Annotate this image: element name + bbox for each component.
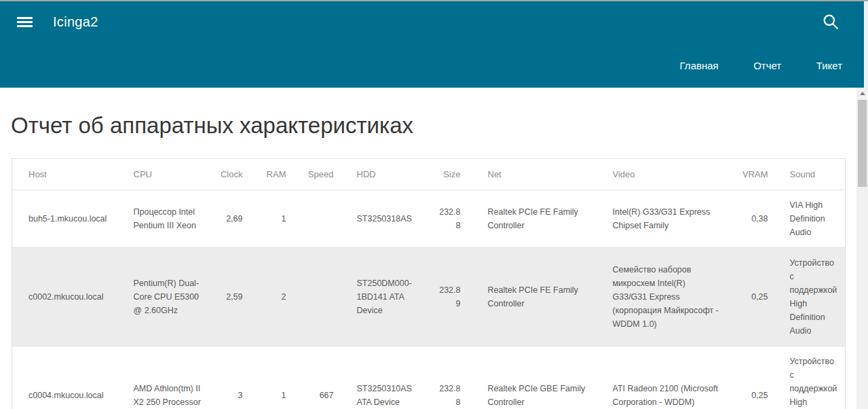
hardware-report-table: Host CPU Clock RAM Speed HDD Size Net Vi… [12, 158, 846, 409]
cell-hdd: ST250DM000-1BD141 ATA Device [341, 248, 436, 346]
column-header-net: Net [472, 159, 602, 190]
cell-sound: Устройство с поддержкой High Definition … [779, 248, 846, 346]
cell-cpu: Процессор Intel Pentium III Xeon [117, 190, 214, 248]
scroll-up-arrow-icon [860, 92, 865, 95]
cell-sound: Устройство с поддержкой High Definition … [779, 346, 846, 409]
column-header-host: Host [12, 159, 117, 190]
cell-hdd: ST3250310AS ATA Device [341, 346, 436, 409]
column-header-clock: Clock [214, 159, 250, 190]
search-icon[interactable] [822, 13, 839, 31]
hamburger-menu-icon[interactable] [17, 17, 33, 27]
cell-vram: 0,38 [725, 190, 779, 248]
cell-speed: 667 [293, 346, 341, 409]
page-title: Отчет об аппаратных характеристиках [11, 113, 413, 139]
main-nav: Главная Отчет Тикет [648, 60, 842, 72]
table-row: c0004.mkucou.local AMD Athlon(tm) II X2 … [12, 346, 846, 409]
table-row: c0002.mkucou.local Pentium(R) Dual-Core … [12, 248, 846, 346]
cell-clock: 2,69 [214, 190, 250, 248]
cell-video: ATI Radeon 2100 (Microsoft Corporation -… [602, 346, 725, 409]
cell-clock: 3 [214, 346, 250, 409]
cell-ram: 1 [250, 346, 293, 409]
column-header-vram: VRAM [725, 159, 779, 190]
cell-host: buh5-1.mkucou.local [12, 190, 117, 248]
cell-size: 232.88 [436, 346, 472, 409]
cell-size: 232.88 [436, 190, 472, 248]
cell-hdd: ST3250318AS [341, 190, 436, 248]
cell-speed [293, 190, 341, 248]
nav-link-report[interactable]: Отчет [753, 60, 781, 71]
cell-ram: 2 [250, 248, 293, 346]
column-header-cpu: CPU [117, 159, 214, 190]
cell-clock: 2,59 [214, 248, 250, 346]
column-header-size: Size [436, 159, 472, 190]
cell-net: Realtek PCIe FE Family Controller [472, 248, 602, 346]
cell-speed [293, 248, 341, 346]
hamburger-bar [17, 25, 33, 27]
table-row: buh5-1.mkucou.local Процессор Intel Pent… [12, 190, 846, 248]
cell-vram: 0,25 [725, 346, 779, 409]
cell-size: 232.89 [436, 248, 472, 346]
nav-link-home[interactable]: Главная [680, 60, 719, 71]
cell-host: c0002.mkucou.local [12, 248, 117, 346]
cell-cpu: Pentium(R) Dual-Core CPU E5300 @ 2.60GHz [117, 248, 214, 346]
table-header-row: Host CPU Clock RAM Speed HDD Size Net Vi… [12, 159, 846, 190]
cell-video: Семейство наборов микросхем Intel(R) G33… [602, 248, 725, 346]
cell-ram: 1 [250, 190, 293, 248]
cell-cpu: AMD Athlon(tm) II X2 250 Processor [117, 346, 214, 409]
scroll-up-button[interactable] [856, 88, 868, 99]
hamburger-bar [17, 21, 33, 23]
scrollbar-thumb[interactable] [858, 100, 867, 187]
app-header: Icinga2 Главная Отчет Тикет [0, 0, 864, 88]
hamburger-bar [17, 17, 33, 19]
cell-host: c0004.mkucou.local [12, 346, 117, 409]
window-top-edge [0, 0, 868, 1]
cell-sound: VIA High Definition Audio [779, 190, 846, 248]
column-header-speed: Speed [293, 159, 341, 190]
app-title: Icinga2 [53, 14, 98, 30]
cell-video: Intel(R) G33/G31 Express Chipset Family [602, 190, 725, 248]
nav-link-ticket[interactable]: Тикет [816, 60, 842, 71]
column-header-hdd: HDD [341, 159, 436, 190]
cell-net: Realtek PCIe FE Family Controller [472, 190, 602, 248]
column-header-sound: Sound [779, 159, 846, 190]
column-header-video: Video [602, 159, 725, 190]
cell-vram: 0,25 [725, 248, 779, 346]
scrollbar-track[interactable] [856, 88, 868, 409]
cell-net: Realtek PCIe GBE Family Controller [472, 346, 602, 409]
column-header-ram: RAM [250, 159, 293, 190]
